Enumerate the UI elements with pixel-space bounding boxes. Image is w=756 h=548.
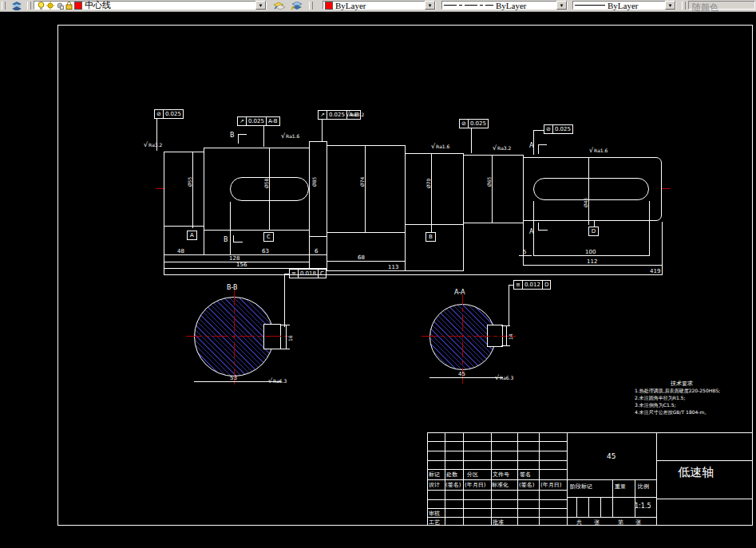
section-cut-line	[238, 134, 247, 135]
roughness-icon: √	[589, 147, 593, 154]
layer-control-combo[interactable]: 中心线 ▼	[34, 1, 267, 10]
dim-text: 63	[262, 248, 269, 254]
roughness-mark: √Ra1.6	[281, 132, 299, 140]
dim-line	[492, 155, 493, 223]
shaft-section-1	[164, 152, 204, 227]
tb-standardize-label: 标准化	[492, 481, 509, 489]
make-object-layer-current-button[interactable]	[271, 1, 287, 10]
section-cut-line	[538, 144, 547, 145]
layer-thaw-sun-icon[interactable]	[46, 2, 54, 10]
diameter-label: Ø65	[486, 177, 492, 187]
center-cross	[422, 336, 516, 337]
current-lineweight-value: ByLayer	[608, 1, 638, 10]
layer-freeze-icon[interactable]	[56, 2, 64, 10]
keyway-slot-right	[533, 178, 649, 200]
dim-text: 45	[458, 371, 465, 377]
toolbar-grip[interactable]	[2, 2, 6, 10]
extension-line	[405, 226, 406, 271]
dim-text: 112	[587, 258, 597, 265]
roughness-icon: √	[493, 144, 497, 152]
layer-previous-button[interactable]	[288, 1, 304, 10]
layer-on-bulb-icon[interactable]	[38, 2, 45, 10]
layer-lock-icon[interactable]	[65, 2, 73, 10]
tb-review-label: 审核	[429, 510, 440, 518]
tb-signature-label: 签名	[520, 471, 531, 479]
toolbar-grip[interactable]	[27, 2, 31, 10]
lineweight-control-combo[interactable]: ByLayer ▼	[572, 1, 676, 10]
layer-properties-button[interactable]	[9, 1, 25, 10]
diameter-label: Ø85	[311, 177, 317, 187]
leader-line	[322, 120, 323, 141]
diameter-label: Ø74	[359, 177, 365, 187]
dim-line	[164, 268, 327, 269]
linetype-preview	[444, 5, 493, 6]
layer-combo-dropdown-arrow[interactable]: ▼	[255, 1, 266, 10]
tb-process-label: 工艺	[429, 518, 440, 526]
dim-line	[588, 157, 589, 225]
dim-line	[164, 274, 662, 275]
dim-line	[506, 325, 507, 346]
diameter-label: Ø58	[263, 179, 269, 188]
extension-line	[309, 202, 310, 269]
dim-line	[431, 153, 432, 228]
roughness-mark: √Ra3.2	[144, 141, 162, 148]
tb-mark-label: 标记	[429, 471, 440, 479]
roughness-icon: √	[346, 111, 350, 118]
tech-note-line: 1.热处理调质,后表面硬度220-250HBS;	[635, 388, 720, 395]
datum-a: A	[187, 231, 197, 240]
center-cross	[234, 289, 235, 384]
dim-text: 100	[585, 249, 596, 255]
layer-color-swatch[interactable]	[74, 2, 82, 10]
dim-line	[269, 148, 270, 230]
roughness-icon: √	[268, 377, 272, 384]
layers-icon	[11, 2, 22, 10]
section-cut-line	[538, 144, 539, 154]
extension-line	[533, 201, 534, 256]
roughness-mark: √Ra6.3	[495, 374, 513, 381]
leader-line	[533, 130, 534, 155]
tb-design-label: 设计	[429, 481, 440, 489]
roughness-icon: √	[431, 143, 435, 150]
lineweight-combo-dropdown-arrow[interactable]: ▼	[665, 1, 675, 10]
current-color-swatch	[325, 2, 333, 10]
extension-line	[327, 234, 327, 271]
tb-sign3-label: (签名)	[519, 481, 534, 489]
extension-line	[649, 201, 650, 256]
toolbar-grip[interactable]	[682, 2, 686, 10]
dim-line	[523, 265, 662, 266]
extension-line	[164, 227, 164, 275]
plotstyle-control-combo: 随颜色	[688, 1, 755, 10]
extension-line	[662, 222, 663, 275]
color-control-combo[interactable]: ByLayer ▼	[323, 1, 436, 10]
diameter-label: Ø45	[583, 198, 588, 207]
dim-text: 14	[508, 333, 513, 340]
dim-text: 156	[236, 262, 247, 268]
tb-date-label: (年月日)	[465, 481, 485, 489]
roughness-icon: √	[495, 374, 499, 381]
symmetry-icon: ≡	[514, 281, 522, 289]
leader-line	[284, 274, 285, 327]
shaft-section-6	[405, 153, 464, 225]
dim-text: 113	[388, 264, 398, 270]
toolbar-grip[interactable]	[309, 2, 313, 10]
tech-notes-title: 技术要求	[671, 380, 693, 388]
datum-leader	[594, 221, 595, 227]
linetype-combo-dropdown-arrow[interactable]: ▼	[556, 1, 567, 10]
layer-make-current-icon	[273, 2, 285, 10]
drawing-frame-border	[57, 25, 753, 526]
tb-scale-value: 1:1.5	[635, 503, 651, 510]
dim-line	[327, 261, 405, 262]
current-linetype-value: ByLayer	[496, 1, 526, 10]
color-combo-dropdown-arrow[interactable]: ▼	[425, 1, 435, 10]
dim-text: 48	[177, 248, 184, 254]
runout-icon: ↗	[319, 111, 327, 119]
tolerance-frame-runout: ↗ 0.025 A-B	[237, 116, 280, 126]
linetype-control-combo[interactable]: ByLayer ▼	[441, 1, 568, 10]
cylindricity-icon: ⊘	[460, 120, 468, 128]
section-label-bb: B-B	[227, 284, 238, 291]
datum-d: D	[588, 227, 599, 236]
diameter-label: Ø55	[187, 177, 192, 187]
dim-line	[533, 255, 649, 256]
roughness-icon: √	[281, 132, 285, 140]
symmetry-icon: ≡	[290, 270, 298, 278]
